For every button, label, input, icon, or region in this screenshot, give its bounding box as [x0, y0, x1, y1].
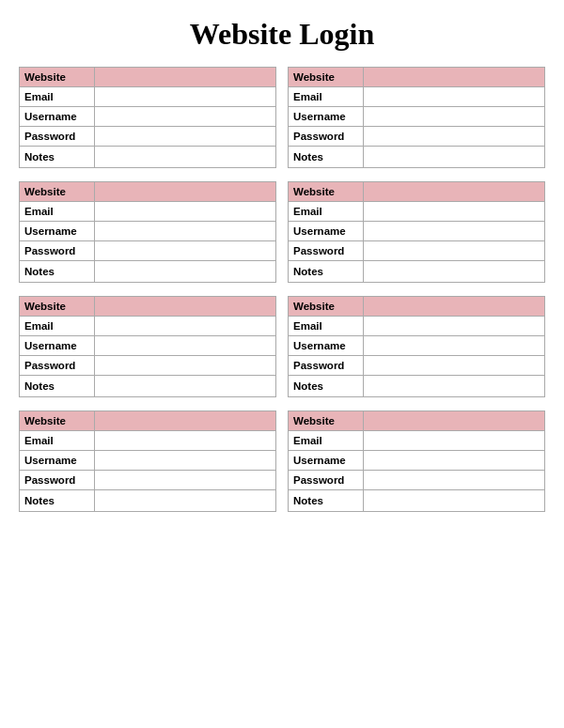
label-email-5: Email [289, 317, 364, 335]
login-row-0-3: Password [20, 127, 275, 147]
label-website-3: Website [289, 182, 364, 201]
login-block-5: WebsiteEmailUsernamePasswordNotes [288, 296, 545, 397]
login-row-1-2: Username [289, 107, 544, 127]
value-password-5[interactable] [364, 356, 544, 375]
login-row-4-0: Website [20, 297, 275, 317]
login-row-6-4: Notes [20, 490, 275, 511]
login-row-2-4: Notes [20, 261, 275, 282]
value-password-1[interactable] [364, 127, 544, 146]
login-row-6-3: Password [20, 471, 275, 490]
value-password-6[interactable] [95, 471, 275, 489]
login-row-2-3: Password [20, 241, 275, 261]
label-password-0: Password [20, 127, 95, 146]
login-block-2: WebsiteEmailUsernamePasswordNotes [19, 181, 276, 283]
login-row-5-4: Notes [289, 376, 544, 396]
value-password-0[interactable] [95, 127, 275, 146]
login-row-2-0: Website [20, 182, 275, 202]
login-block-6: WebsiteEmailUsernamePasswordNotes [19, 410, 276, 512]
value-notes-3[interactable] [364, 261, 544, 282]
login-block-3: WebsiteEmailUsernamePasswordNotes [288, 181, 545, 283]
label-email-2: Email [20, 202, 95, 221]
login-row-5-1: Email [289, 317, 544, 336]
label-username-3: Username [289, 222, 364, 240]
login-row-6-1: Email [20, 431, 275, 451]
value-website-1[interactable] [364, 68, 544, 86]
login-row-7-3: Password [289, 471, 544, 490]
label-email-4: Email [20, 317, 95, 335]
value-website-4[interactable] [95, 297, 275, 316]
value-notes-2[interactable] [95, 261, 275, 282]
value-password-4[interactable] [95, 356, 275, 375]
value-username-1[interactable] [364, 107, 544, 126]
value-username-7[interactable] [364, 451, 544, 470]
label-username-5: Username [289, 336, 364, 355]
label-password-6: Password [20, 471, 95, 489]
value-username-5[interactable] [364, 336, 544, 355]
value-website-2[interactable] [95, 182, 275, 201]
login-row-3-4: Notes [289, 261, 544, 282]
label-website-0: Website [20, 68, 95, 86]
login-row-4-1: Email [20, 317, 275, 336]
label-notes-0: Notes [20, 147, 95, 167]
login-row-1-4: Notes [289, 147, 544, 167]
login-row-6-2: Username [20, 451, 275, 471]
login-row-4-2: Username [20, 336, 275, 356]
login-row-7-4: Notes [289, 490, 544, 511]
label-password-5: Password [289, 356, 364, 375]
value-notes-1[interactable] [364, 147, 544, 167]
value-username-2[interactable] [95, 222, 275, 240]
login-row-0-0: Website [20, 68, 275, 87]
login-row-5-2: Username [289, 336, 544, 356]
value-notes-7[interactable] [364, 490, 544, 511]
value-notes-0[interactable] [95, 147, 275, 167]
label-username-4: Username [20, 336, 95, 355]
value-website-7[interactable] [364, 411, 544, 430]
login-row-4-3: Password [20, 356, 275, 376]
label-password-2: Password [20, 241, 95, 260]
value-username-4[interactable] [95, 336, 275, 355]
value-website-5[interactable] [364, 297, 544, 316]
label-email-7: Email [289, 431, 364, 450]
value-email-6[interactable] [95, 431, 275, 450]
label-website-4: Website [20, 297, 95, 316]
value-email-2[interactable] [95, 202, 275, 221]
value-email-4[interactable] [95, 317, 275, 335]
value-email-0[interactable] [95, 87, 275, 106]
login-block-4: WebsiteEmailUsernamePasswordNotes [19, 296, 276, 397]
label-email-0: Email [20, 87, 95, 106]
value-website-0[interactable] [95, 68, 275, 86]
value-notes-6[interactable] [95, 490, 275, 511]
page-title: Website Login [19, 17, 545, 52]
login-row-3-0: Website [289, 182, 544, 202]
value-email-7[interactable] [364, 431, 544, 450]
value-username-3[interactable] [364, 222, 544, 240]
value-email-3[interactable] [364, 202, 544, 221]
value-email-5[interactable] [364, 317, 544, 335]
login-row-2-2: Username [20, 222, 275, 241]
value-email-1[interactable] [364, 87, 544, 106]
label-password-1: Password [289, 127, 364, 146]
login-row-7-1: Email [289, 431, 544, 451]
value-notes-4[interactable] [95, 376, 275, 396]
login-row-1-0: Website [289, 68, 544, 87]
label-email-3: Email [289, 202, 364, 221]
value-website-3[interactable] [364, 182, 544, 201]
login-row-7-2: Username [289, 451, 544, 471]
label-website-1: Website [289, 68, 364, 86]
value-password-2[interactable] [95, 241, 275, 260]
label-username-2: Username [20, 222, 95, 240]
value-username-0[interactable] [95, 107, 275, 126]
value-password-3[interactable] [364, 241, 544, 260]
label-notes-4: Notes [20, 376, 95, 396]
label-website-5: Website [289, 297, 364, 316]
login-row-3-1: Email [289, 202, 544, 222]
value-website-6[interactable] [95, 411, 275, 430]
login-row-0-4: Notes [20, 147, 275, 167]
value-notes-5[interactable] [364, 376, 544, 396]
label-notes-3: Notes [289, 261, 364, 282]
login-block-7: WebsiteEmailUsernamePasswordNotes [288, 410, 545, 512]
value-username-6[interactable] [95, 451, 275, 470]
login-block-1: WebsiteEmailUsernamePasswordNotes [288, 67, 545, 168]
label-website-7: Website [289, 411, 364, 430]
value-password-7[interactable] [364, 471, 544, 489]
